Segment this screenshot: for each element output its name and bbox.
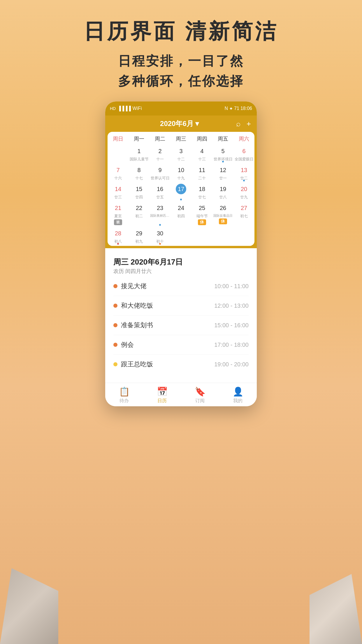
agenda-event-2[interactable]: 和大佬吃饭 12:00 - 13:00 [113, 296, 249, 316]
day-number: 14 [113, 184, 123, 194]
cal-cell-jun13[interactable]: 13 廿二 [233, 164, 254, 183]
stone-right [310, 574, 362, 644]
cal-cell-jun19[interactable]: 19 廿八 [212, 183, 233, 202]
event-name: 和大佬吃饭 [121, 301, 153, 310]
cal-cell-jun14[interactable]: 14 廿三 [108, 183, 129, 202]
event-name: 准备策划书 [121, 321, 153, 330]
day-number: 5 [218, 146, 228, 156]
status-right: N ✦ 71 18:06 [225, 106, 252, 111]
lunar-text: 国际反毒品日 [213, 214, 233, 218]
cal-cell-jun20[interactable]: 20 廿九 [233, 183, 254, 202]
day-number: 24 [176, 203, 186, 213]
agenda-event-4[interactable]: 例会 17:00 - 18:00 [113, 335, 249, 355]
cal-cell-jun15[interactable]: 15 廿四 [129, 183, 150, 202]
cal-cell-jun25[interactable]: 25 端午节 休 [191, 202, 212, 227]
nfc-icon: N [225, 106, 228, 111]
cal-cell-jun30[interactable]: 30 初十 [150, 227, 171, 246]
hero-sub2: 多种循环，任你选择 [0, 73, 362, 90]
cal-cell-jun3[interactable]: 3 十二 [171, 145, 191, 164]
nav-item-subscribe[interactable]: 🔖 订阅 [188, 386, 212, 404]
lunar-text: 廿三 [114, 195, 122, 200]
event-time: 12:00 - 13:00 [214, 302, 249, 309]
lunar-text: 端午节 [196, 214, 208, 219]
hero-title: 日历界面 清新简洁 [0, 18, 362, 46]
cal-cell-jun27[interactable]: 27 初七 [233, 202, 254, 227]
nav-item-profile[interactable]: 👤 我的 [226, 386, 249, 404]
event-time: 19:00 - 20:00 [214, 361, 249, 368]
cal-cell-jun23[interactable]: 23 国际奥林匹克日 [150, 202, 171, 227]
day-number: 28 [113, 228, 123, 239]
lunar-text: 十三 [198, 157, 206, 162]
cal-cell-jun7[interactable]: 7 十六 [108, 164, 129, 183]
weekday-tue: 周二 [150, 134, 171, 144]
cal-cell-jun29[interactable]: 29 初九 [129, 227, 150, 246]
cal-cell-empty5 [233, 227, 254, 246]
search-button[interactable]: ⌕ [236, 119, 241, 128]
lunar-text: 十九 [177, 176, 185, 181]
cal-cell-jun11[interactable]: 11 二十 [191, 164, 212, 183]
cal-cell-jun18[interactable]: 18 廿七 [191, 183, 212, 202]
agenda-event-3[interactable]: 准备策划书 15:00 - 16:00 [113, 316, 249, 335]
event-color-dot [113, 284, 117, 288]
day-number: 3 [176, 146, 186, 156]
weekday-fri: 周五 [212, 134, 233, 144]
agenda-event-5[interactable]: 跟王总吃饭 19:00 - 20:00 [113, 355, 249, 374]
event-left: 接见大佬 [113, 282, 147, 290]
lunar-text: 廿四 [135, 195, 143, 200]
cal-cell-jun4[interactable]: 4 十三 [191, 145, 212, 164]
agenda-section: 周三 2020年6月17日 农历 闰四月廿六 接见大佬 10:00 - 11:0… [108, 251, 254, 380]
lunar-text: 国际奥林匹克日 [150, 214, 170, 218]
nav-item-calendar[interactable]: 📅 日历 [150, 386, 174, 404]
network-icon: HD [110, 106, 116, 111]
cal-cell-jun8[interactable]: 8 十七 [129, 164, 150, 183]
cal-cell-jun17[interactable]: 17 [171, 183, 191, 202]
weekday-sat: 周六 [233, 134, 254, 144]
day-number: 26 [218, 203, 228, 213]
profile-icon: 👤 [233, 386, 243, 397]
add-event-button[interactable]: + [247, 119, 251, 128]
calendar-actions: ⌕ + [236, 119, 251, 128]
cal-cell-jun2[interactable]: 2 十一 [150, 145, 171, 164]
agenda-event-1[interactable]: 接见大佬 10:00 - 11:00 [113, 276, 249, 296]
stone-left [0, 568, 58, 644]
holiday-badge: 休 [198, 219, 206, 225]
cal-cell-jun21[interactable]: 21 夏至 班 [108, 202, 129, 227]
cal-cell-jun6[interactable]: 6 全国爱眼日 [233, 145, 254, 164]
cal-cell-jun24[interactable]: 24 初四 [171, 202, 191, 227]
cal-cell-empty1 [108, 145, 129, 164]
lunar-text: 十六 [114, 176, 122, 181]
cal-cell-jun16[interactable]: 16 廿五 [150, 183, 171, 202]
day-number: 30 [155, 228, 165, 239]
cal-cell-jun5[interactable]: 5 世界环境日 [212, 145, 233, 164]
bottom-nav: 📋 待办 📅 日历 🔖 订阅 👤 我的 [105, 383, 257, 406]
event-name: 跟王总吃饭 [121, 360, 153, 369]
cal-cell-jun12[interactable]: 12 廿一 [212, 164, 233, 183]
day-number: 1 [134, 146, 144, 156]
lunar-text: 十七 [135, 176, 143, 181]
calendar-icon: 📅 [157, 386, 168, 397]
cal-cell-jun10[interactable]: 10 十九 [171, 164, 191, 183]
event-dot [117, 243, 119, 245]
phone-mockup: HD ▐▐▐▐ WiFi N ✦ 71 18:06 2020年6月 ▾ ⌕ + … [105, 102, 257, 406]
cal-cell-jun9[interactable]: 9 世界认可日 [150, 164, 171, 183]
agenda-date-header: 周三 2020年6月17日 农历 闰四月廿六 [113, 257, 249, 275]
agenda-date-lunar: 农历 闰四月廿六 [113, 268, 249, 275]
cal-cell-jun26[interactable]: 26 国际反毒品日 休 [212, 202, 233, 227]
day-number: 4 [197, 146, 207, 156]
lunar-text: 十二 [177, 157, 185, 162]
day-number: 19 [218, 184, 228, 194]
nav-item-todo[interactable]: 📋 待办 [113, 386, 136, 404]
month-title[interactable]: 2020年6月 ▾ [160, 119, 199, 128]
cal-cell-jun1[interactable]: 1 国际儿童节 [129, 145, 150, 164]
day-number: 2 [155, 146, 165, 156]
signal-icon: ▐▐▐▐ [117, 106, 131, 111]
calendar-header: 2020年6月 ▾ ⌕ + [105, 116, 257, 132]
calendar-grid: 1 国际儿童节 2 十一 3 十二 4 十三 5 世界环境日 [108, 145, 254, 246]
lunar-text: 世界认可日 [151, 176, 170, 181]
lunar-text: 全国爱眼日 [235, 157, 254, 162]
lunar-text: 初四 [177, 214, 185, 219]
lunar-text: 国际儿童节 [130, 157, 149, 162]
day-number: 29 [134, 228, 144, 239]
cal-cell-jun28[interactable]: 28 初八 [108, 227, 129, 246]
cal-cell-jun22[interactable]: 22 初二 [129, 202, 150, 227]
